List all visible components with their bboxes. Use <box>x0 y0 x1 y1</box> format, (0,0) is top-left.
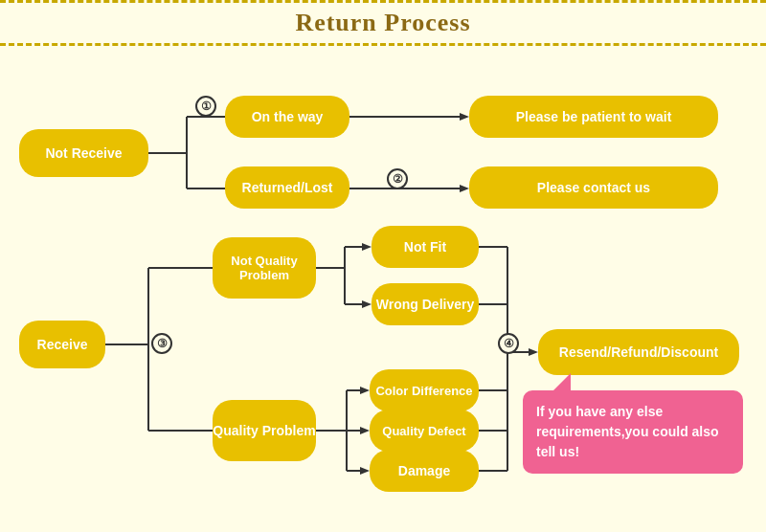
wrong-delivery-node: Wrong Delivery <box>372 283 479 325</box>
damage-node: Damage <box>370 450 479 492</box>
not-quality-node: Not Quality Problem <box>213 237 316 299</box>
speech-bubble: If you have any else requirements,you co… <box>523 390 743 474</box>
page-title: Return Process <box>295 9 470 36</box>
contact-us-node: Please contact us <box>469 166 718 209</box>
on-the-way-node: On the way <box>225 96 349 138</box>
resend-node: Resend/Refund/Discount <box>538 329 739 375</box>
header: Return Process <box>0 0 766 46</box>
svg-marker-15 <box>362 243 372 251</box>
svg-marker-25 <box>360 467 370 475</box>
circle-2: ② <box>387 168 408 189</box>
color-diff-node: Color Difference <box>370 369 479 411</box>
quality-defect-node: Quality Defect <box>370 410 479 452</box>
svg-marker-23 <box>360 427 370 434</box>
quality-node: Quality Problem <box>213 400 316 461</box>
svg-marker-5 <box>460 113 469 121</box>
not-fit-node: Not Fit <box>372 226 479 268</box>
returned-lost-node: Returned/Lost <box>225 166 349 209</box>
svg-marker-33 <box>529 348 538 356</box>
svg-marker-7 <box>460 185 469 192</box>
circle-4: ④ <box>498 333 519 354</box>
circle-3: ③ <box>151 333 172 354</box>
svg-marker-17 <box>362 300 372 308</box>
receive-node: Receive <box>19 321 105 368</box>
circle-1: ① <box>195 96 216 117</box>
not-receive-node: Not Receive <box>19 129 148 177</box>
patient-wait-node: Please be patient to wait <box>469 96 718 138</box>
svg-marker-21 <box>360 387 370 394</box>
